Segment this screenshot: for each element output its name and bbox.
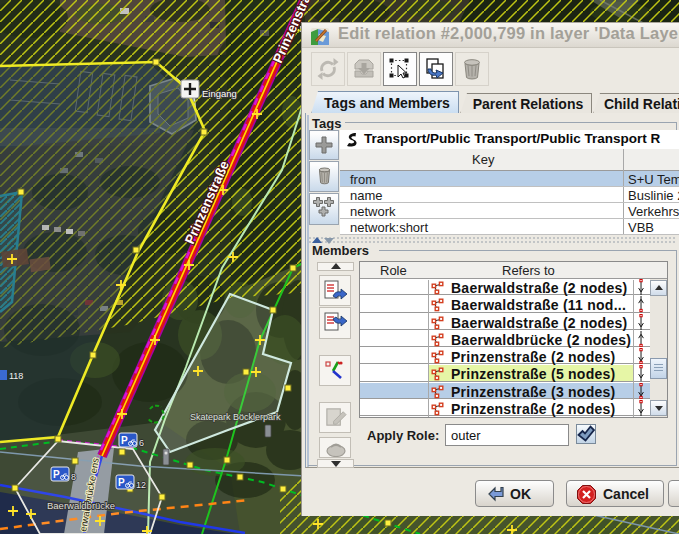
svg-text:12: 12 — [136, 480, 146, 490]
svg-text:Skatepark Böcklerpark: Skatepark Böcklerpark — [190, 412, 281, 422]
svg-text:6: 6 — [139, 438, 144, 448]
svg-text:8: 8 — [71, 472, 76, 482]
svg-text:Eingang: Eingang — [202, 88, 237, 99]
svg-text:P: P — [118, 477, 125, 488]
svg-text:P: P — [121, 435, 128, 446]
svg-text:P: P — [53, 469, 60, 480]
svg-text:118: 118 — [9, 371, 23, 381]
svg-text:Baerwaldbrücke: Baerwaldbrücke — [47, 500, 115, 511]
